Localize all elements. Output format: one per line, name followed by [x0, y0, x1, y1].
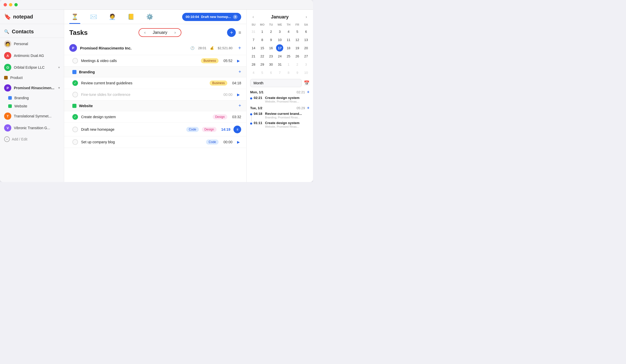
tag-design-draft: Design: [202, 127, 217, 132]
timeline-add-button[interactable]: +: [307, 90, 309, 94]
cal-day-14[interactable]: 14: [250, 44, 257, 52]
sidebar-item-promised[interactable]: P Promised Rinascimen... ▾: [0, 82, 64, 94]
prev-cal-button[interactable]: ‹: [250, 14, 256, 20]
tab-settings[interactable]: ⚙️: [144, 10, 155, 24]
pause-icon: ⏸: [233, 15, 238, 19]
task-name-fine-tune: Fine-tune slides for conference: [81, 93, 219, 97]
cal-day-16[interactable]: 16: [267, 44, 275, 52]
cal-day-9[interactable]: 9: [267, 36, 275, 43]
cal-day-28[interactable]: 28: [250, 61, 257, 68]
task-time-fine-tune: 00:00: [222, 93, 232, 97]
task-check-blog[interactable]: [72, 139, 78, 145]
sidebar-item-translational[interactable]: T Translational Symmet...: [0, 110, 64, 122]
tab-timer[interactable]: ⏳: [69, 10, 80, 24]
sidebar-item-website[interactable]: Website: [0, 102, 64, 110]
cal-days-header: SU MO TU WE TH FR SA: [249, 23, 310, 27]
cal-day-2[interactable]: 2: [294, 61, 301, 68]
view-select[interactable]: Month Week Day: [250, 79, 302, 87]
add-task-button[interactable]: +: [227, 28, 236, 37]
maximize-button[interactable]: [14, 3, 18, 6]
cal-day-18[interactable]: 18: [285, 44, 292, 52]
cal-day-31[interactable]: 31: [276, 61, 283, 68]
next-cal-button[interactable]: ›: [303, 14, 309, 20]
play-button-fine-tune[interactable]: ▶: [236, 92, 241, 97]
timeline: Mon, 1/102:21+ 02:21 Create design syste…: [247, 90, 313, 131]
add-edit-label: Add / Edit: [12, 137, 27, 141]
cal-day-19[interactable]: 19: [294, 44, 301, 52]
sidebar-item-branding[interactable]: Branding: [0, 94, 64, 102]
cal-day-4[interactable]: 4: [285, 28, 292, 35]
cal-day-30[interactable]: 30: [267, 61, 275, 68]
task-check-fine-tune[interactable]: [72, 92, 78, 97]
filter-button[interactable]: ≡: [238, 30, 241, 35]
client-add-button[interactable]: +: [238, 45, 241, 51]
project-add-website[interactable]: +: [238, 103, 241, 108]
client-time: 28:01: [198, 46, 207, 50]
search-icon[interactable]: 🔍: [4, 29, 9, 34]
cal-day-31[interactable]: 31: [250, 28, 257, 35]
tab-notebook[interactable]: 📒: [125, 10, 136, 24]
close-button[interactable]: [4, 3, 7, 6]
task-check-create-design[interactable]: ✓: [72, 114, 78, 120]
next-month-button[interactable]: ›: [173, 30, 177, 35]
cal-day-27[interactable]: 27: [302, 53, 310, 60]
task-check-review-brand[interactable]: ✓: [72, 80, 78, 86]
cal-day-20[interactable]: 20: [302, 44, 310, 52]
tag-design-create: Design: [213, 114, 227, 119]
project-add-branding[interactable]: +: [238, 69, 241, 75]
add-edit-button[interactable]: + Add / Edit: [0, 134, 64, 145]
cal-day-3[interactable]: 3: [276, 28, 283, 35]
cal-day-1[interactable]: 1: [259, 28, 266, 35]
sidebar-item-personal[interactable]: 🧑 Personal: [0, 38, 64, 50]
cal-day-8[interactable]: 8: [285, 69, 292, 76]
play-button-meetings[interactable]: ▶: [236, 58, 241, 64]
cal-day-21[interactable]: 21: [250, 53, 257, 60]
calendar-icon[interactable]: 📅: [304, 80, 309, 86]
play-button-blog[interactable]: ▶: [236, 139, 241, 145]
cal-day-23[interactable]: 23: [267, 53, 275, 60]
task-check-meetings[interactable]: [72, 58, 78, 64]
cal-day-29[interactable]: 29: [259, 61, 266, 68]
sidebar-item-product[interactable]: Product: [0, 73, 64, 82]
minimize-button[interactable]: [9, 3, 12, 6]
cal-day-17[interactable]: 17: [276, 44, 283, 52]
prev-month-button[interactable]: ‹: [143, 30, 146, 35]
cal-day-5[interactable]: 5: [294, 28, 301, 35]
tab-person[interactable]: 🧑‍💼: [107, 10, 118, 24]
cal-day-25[interactable]: 25: [285, 53, 292, 60]
record-button[interactable]: 00:10:04 Draft new homep... ⏸: [182, 13, 241, 21]
tab-mail[interactable]: ✉️: [88, 10, 99, 24]
pause-button-draft[interactable]: ⏸: [233, 126, 241, 133]
cal-day-26[interactable]: 26: [294, 53, 301, 60]
cal-day-3[interactable]: 3: [302, 61, 310, 68]
cal-day-5[interactable]: 5: [259, 69, 266, 76]
col-su: SU: [249, 23, 258, 27]
timeline-dot: [250, 97, 252, 99]
task-list: P Promised Rinascimento Inc. 🕐 28:01 💰 $…: [64, 41, 246, 182]
cal-day-9[interactable]: 9: [294, 69, 301, 76]
sidebar-item-vibronic[interactable]: V Vibronic Transition G...: [0, 122, 64, 134]
cal-day-22[interactable]: 22: [259, 53, 266, 60]
cal-day-7[interactable]: 7: [250, 36, 257, 43]
cal-day-2[interactable]: 2: [267, 28, 275, 35]
cal-day-6[interactable]: 6: [267, 69, 275, 76]
cal-day-13[interactable]: 13: [302, 36, 310, 43]
cal-day-12[interactable]: 12: [294, 36, 301, 43]
tasks-actions: + ≡: [227, 28, 241, 37]
cal-day-10[interactable]: 10: [302, 69, 310, 76]
timeline-add-button[interactable]: +: [307, 106, 309, 110]
cal-day-15[interactable]: 15: [259, 44, 266, 52]
sidebar-item-orbital[interactable]: O Orbital Eclipse LLC ▾: [0, 62, 64, 73]
cal-day-10[interactable]: 10: [276, 36, 283, 43]
month-label: January: [150, 30, 170, 35]
cal-day-1[interactable]: 1: [285, 61, 292, 68]
cal-day-4[interactable]: 4: [250, 69, 257, 76]
cal-day-6[interactable]: 6: [302, 28, 310, 35]
calendar-panel: ‹ January › SU MO TU WE TH FR SA: [246, 10, 313, 182]
cal-day-7[interactable]: 7: [276, 69, 283, 76]
cal-day-24[interactable]: 24: [276, 53, 283, 60]
cal-day-8[interactable]: 8: [259, 36, 266, 43]
sidebar-item-antimonic[interactable]: A Antimonic Dual AG: [0, 50, 64, 62]
cal-day-11[interactable]: 11: [285, 36, 292, 43]
task-check-draft[interactable]: [72, 127, 78, 132]
